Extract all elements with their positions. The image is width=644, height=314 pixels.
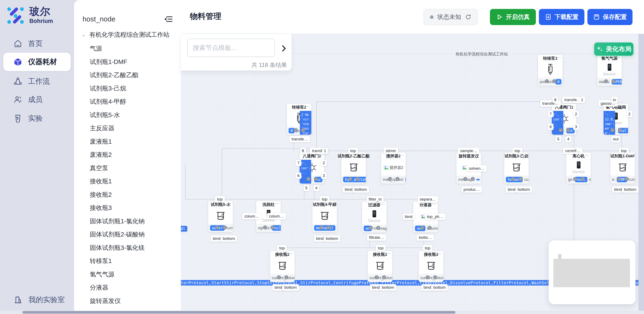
connector-dot-icon[interactable]: › — [222, 225, 227, 229]
edge-label-chip[interactable]: bottom — [622, 186, 638, 193]
edge-label-chip[interactable]: filtrate… — [367, 234, 386, 241]
edge-label-chip[interactable]: bottom — [431, 284, 448, 291]
port-chip[interactable]: 5 — [556, 136, 561, 142]
connector-dot-icon[interactable]: › — [356, 177, 360, 181]
port-chip[interactable]: 8 — [552, 97, 558, 103]
canvas-node[interactable]: 八通阀门2•••status:nur',ion':'.'›› — [300, 152, 324, 184]
tree-item[interactable]: 转移泵1 — [90, 255, 179, 268]
flow-canvas[interactable]: 有机化学流程综合测试工作站 terProtocol,StartStirProto… — [181, 34, 644, 314]
start-simulation-button[interactable]: 开启仿真 — [490, 9, 536, 25]
edge-label-chip[interactable]: transfe. — [562, 97, 580, 103]
tree-item[interactable]: 试剂瓶5-水 — [90, 109, 179, 122]
canvas-node[interactable]: 试剂瓶2-乙酸乙酯•••hyl_acetatecurre›› — [341, 152, 366, 184]
tree-item[interactable]: 试剂瓶3-己烷 — [90, 82, 179, 95]
collapse-panel-icon[interactable] — [164, 14, 173, 24]
connector-dot-icon[interactable]: › — [552, 79, 556, 83]
canvas-node[interactable]: 接收瓶1•••current_volume:0›› — [368, 251, 392, 282]
node-more-icon[interactable]: ••• — [227, 202, 232, 205]
port-chip[interactable]: 7 — [296, 160, 301, 166]
search-input[interactable] — [187, 39, 275, 57]
sidebar-item-members[interactable]: 成员 — [4, 91, 71, 109]
port-chip[interactable]: 1 — [322, 148, 328, 154]
edge-label-chip[interactable]: bottom — [380, 284, 396, 291]
edge-label-chip[interactable]: separa… — [418, 196, 438, 202]
node-more-icon[interactable]: ••• — [386, 252, 391, 255]
port-chip[interactable]: 8 — [300, 148, 306, 154]
edge-label-chip[interactable]: top — [512, 148, 522, 154]
node-more-icon[interactable]: ••• — [331, 202, 336, 205]
port-chip[interactable]: 5 — [304, 185, 309, 191]
sidebar-item-experiments[interactable]: 实验 — [4, 109, 71, 128]
port-chip[interactable]: 4 — [566, 136, 571, 142]
port-chip[interactable]: 1 — [579, 97, 585, 103]
tree-item[interactable]: 真空泵 — [90, 162, 179, 175]
canvas-node[interactable]: 试剂瓶3-己烷•••hexanecurrent_v›› — [504, 152, 529, 184]
canvas-node[interactable]: 过滤器•••Devicewnmessage:ma›› — [362, 201, 387, 233]
edge-label-chip[interactable]: bottom — [324, 235, 340, 242]
connector-dot-icon[interactable]: › — [327, 225, 331, 229]
edge-label-chip[interactable]: sample… — [458, 148, 479, 154]
tree-item[interactable]: 废液瓶1 — [90, 135, 179, 149]
node-more-icon[interactable]: ••• — [360, 154, 364, 157]
node-more-icon[interactable]: ••• — [380, 202, 385, 206]
connector-dot-icon[interactable]: › — [471, 177, 475, 181]
canvas-node[interactable]: 搅拌器2•••搅拌器2max_speed:2000›› — [381, 152, 406, 184]
port-chip[interactable]: 3 — [321, 172, 327, 179]
edge-label-chip[interactable]: top — [619, 148, 629, 154]
port-chip[interactable]: 7 — [548, 111, 554, 117]
sidebar-item-my-lab[interactable]: 我的实验室 — [4, 291, 71, 309]
edge-label-chip[interactable]: bottom — [282, 284, 299, 291]
edge-label-chip[interactable]: colum… — [242, 213, 261, 219]
port-chip[interactable]: 6 — [296, 172, 301, 179]
edge-label-chip[interactable]: bottom — [516, 186, 532, 193]
sidebar-item-workflow[interactable]: 工作流 — [4, 72, 71, 91]
tree-item[interactable]: 旋转蒸发仪 — [90, 295, 179, 308]
edge-label-chip[interactable]: solven… — [467, 165, 487, 172]
save-config-button[interactable]: 保存配置 — [588, 9, 632, 25]
tree-item[interactable]: 气源 — [90, 42, 179, 55]
connector-dot-icon[interactable]: › — [566, 128, 570, 132]
beautify-layout-button[interactable]: 美化布局 — [594, 42, 633, 56]
canvas-node[interactable]: 氢气气源•••Devicestatus:OPEN›› — [597, 55, 622, 86]
connector-dot-icon[interactable]: › — [284, 275, 288, 279]
port-chip[interactable]: 6 — [548, 124, 554, 130]
canvas-node[interactable]: 接收瓶2•••current_volume:0›› — [270, 251, 295, 282]
node-more-icon[interactable]: ••• — [523, 154, 527, 157]
port-chip[interactable]: 2 — [573, 111, 579, 117]
edge-label-chip[interactable]: bottom — [220, 235, 237, 242]
node-more-icon[interactable]: ••• — [556, 56, 561, 59]
port-chip[interactable]: 3 — [573, 124, 579, 130]
connector-dot-icon[interactable]: › — [580, 177, 584, 181]
vertical-scrollbar[interactable] — [638, 34, 644, 314]
canvas-node[interactable]: 试剂瓶4-甲醇•••methanolcurrent›› — [312, 201, 337, 232]
edge-label-chip[interactable]: bottom — [352, 186, 369, 193]
download-config-button[interactable]: 下载配置 — [539, 9, 584, 25]
connector-dot-icon[interactable]: › — [428, 226, 432, 230]
node-more-icon[interactable]: ••• — [400, 154, 404, 157]
node-more-icon[interactable]: ••• — [306, 105, 310, 108]
canvas-node[interactable]: 离心机•••Devicege:nullma›› — [566, 152, 591, 184]
canvas-node[interactable]: 转移泵2•••0pump_info:{'de'vir'sta'pos'cur'm… — [287, 104, 312, 135]
tree-root-node[interactable]: ⌄ 有机化学流程综合测试工作站 — [81, 31, 170, 39]
node-more-icon[interactable]: ••• — [437, 252, 442, 255]
connector-dot-icon[interactable]: › — [396, 177, 400, 181]
node-more-icon[interactable]: ••• — [288, 252, 293, 255]
node-more-icon[interactable]: ••• — [275, 202, 280, 205]
port-chip[interactable]: out — [611, 136, 620, 142]
tree-item[interactable]: 分液器 — [90, 281, 179, 295]
chevron-down-icon[interactable]: ⌄ — [81, 31, 86, 38]
port-chip[interactable]: 4 — [314, 185, 319, 191]
node-more-icon[interactable]: ••• — [585, 154, 590, 157]
node-more-icon[interactable]: ••• — [616, 56, 620, 59]
edge-label-chip[interactable]: bind — [403, 213, 414, 220]
canvas-node[interactable]: 八通阀门1•••status:Ior',ion':'.'›› — [552, 104, 576, 135]
node-more-icon[interactable]: ••• — [622, 105, 627, 108]
tree-item[interactable]: 接收瓶3 — [90, 201, 179, 215]
edge-label-chip[interactable]: produc… — [462, 186, 482, 193]
connector-dot-icon[interactable]: › — [612, 79, 616, 83]
tree-item[interactable]: 固体试剂瓶1-氯化钠 — [90, 215, 179, 228]
tree-item[interactable]: 固体试剂瓶3-氯化镁 — [90, 241, 179, 255]
connector-dot-icon[interactable]: › — [433, 275, 437, 279]
connector-dot-icon[interactable]: › — [270, 225, 274, 229]
tree-item[interactable]: 接收瓶1 — [90, 175, 179, 188]
